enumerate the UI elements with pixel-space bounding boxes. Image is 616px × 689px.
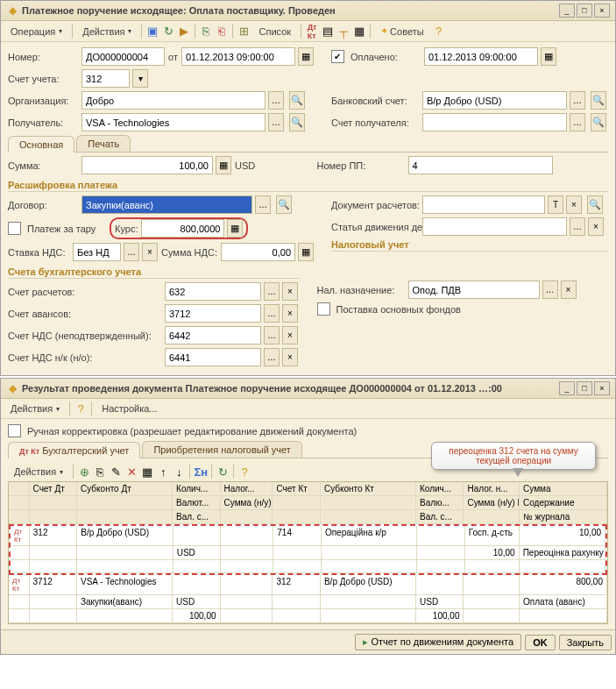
edit-icon[interactable]: ✎ (109, 465, 123, 479)
recipient-lookup-icon[interactable]: 🔍 (289, 113, 305, 131)
acc-calc-clear[interactable]: × (282, 282, 298, 301)
vat-rate-field[interactable]: Без НД (73, 243, 121, 261)
report-button[interactable]: ▸ Отчет по движениям документа (355, 634, 521, 650)
paid-checkbox[interactable]: ✔ (331, 50, 344, 63)
minimize-button[interactable]: _ (559, 4, 575, 18)
list-button[interactable]: Список (252, 24, 297, 39)
recipient-acc-select-button[interactable]: … (570, 113, 585, 131)
accounting-grid[interactable]: Счет Дт Субконто Дт Колич... Налог... Сч… (8, 481, 608, 624)
sum-field[interactable]: 100,00 (81, 156, 213, 174)
advice-button[interactable]: ✦ Советы (374, 23, 429, 39)
acc-adv-field[interactable]: 3712 (165, 304, 261, 323)
paid-calendar-icon[interactable]: ▦ (541, 47, 556, 66)
save-icon[interactable]: ▣ (145, 25, 159, 39)
date-field[interactable]: 01.12.2013 09:00:00 (181, 47, 295, 66)
tree-icon[interactable]: ⊞ (237, 25, 251, 39)
acc-adv-select[interactable]: … (264, 304, 280, 323)
bank-field[interactable]: В/р Добро (USD) (422, 91, 567, 110)
number-field[interactable]: ДО000000004 (81, 47, 165, 66)
link-icon[interactable]: ▦ (352, 25, 366, 39)
table-row[interactable]: Закупки(аванс) USD USD Оплата (аванс) (9, 595, 607, 609)
ok-button[interactable]: OK (525, 635, 556, 650)
account-field[interactable]: 312 (81, 69, 130, 88)
manual-checkbox[interactable] (8, 424, 21, 437)
acc-vat-u-select[interactable]: … (264, 326, 280, 344)
table-row[interactable]: ДтКт 3712 VSA - Technologies 312 В/р Доб… (9, 575, 607, 595)
contract-select-button[interactable]: … (255, 195, 271, 214)
calendar-icon[interactable]: ▦ (298, 47, 314, 66)
tab-print[interactable]: Печать (76, 135, 131, 152)
table-row[interactable]: USD 10,00 Переоцінка рахунку (11, 546, 605, 560)
recipient-select-button[interactable]: … (268, 113, 284, 131)
post-icon[interactable]: ▶ (177, 25, 191, 39)
tax-assign-select[interactable]: … (542, 281, 558, 299)
maximize-button[interactable]: □ (577, 4, 592, 18)
acc-vat-nk-clear[interactable]: × (282, 348, 298, 366)
acc-calc-select[interactable]: … (264, 282, 280, 301)
doc-calc-lookup-icon[interactable]: 🔍 (587, 195, 603, 214)
calculator-icon[interactable]: ▦ (216, 156, 231, 174)
org-field[interactable]: Добро (81, 91, 266, 110)
account-dropdown-icon[interactable]: ▾ (132, 69, 148, 88)
movement-clear-button[interactable]: × (588, 217, 604, 236)
paid-date-field[interactable]: 01.12.2013 09:00:00 (424, 47, 538, 66)
settings-button[interactable]: Настройка... (96, 401, 163, 416)
paste-icon[interactable]: ⎗ (215, 25, 229, 39)
vat-rate-clear[interactable]: × (142, 243, 158, 261)
add-icon[interactable]: ⊕ (77, 465, 91, 479)
movement-field[interactable] (422, 217, 567, 236)
org-select-button[interactable]: … (268, 91, 284, 110)
movement-select-button[interactable]: … (570, 217, 585, 236)
vat-sum-field[interactable]: 0,00 (221, 243, 295, 261)
delete-icon[interactable]: ✕ (124, 465, 138, 479)
bank-select-button[interactable]: … (570, 91, 585, 110)
rate-field[interactable]: 800,0000 (141, 219, 224, 238)
result-maximize-button[interactable]: □ (577, 381, 592, 395)
recipient-acc-field[interactable] (422, 113, 567, 131)
contract-field[interactable]: Закупки(аванс) (81, 195, 252, 214)
up-icon[interactable]: ↑ (156, 465, 170, 479)
result-help-icon[interactable]: ? (74, 401, 88, 416)
copy-icon[interactable]: ⎘ (199, 25, 213, 39)
result-actions-menu[interactable]: Действия (4, 401, 66, 416)
recipient-field[interactable]: VSA - Technologies (81, 113, 266, 131)
table-row[interactable]: 100,00 100,00 (9, 609, 607, 623)
result-minimize-button[interactable]: _ (559, 381, 575, 395)
rate-calculator-icon[interactable]: ▦ (227, 219, 243, 238)
acc-vat-u-field[interactable]: 6442 (165, 326, 261, 344)
doc-calc-select[interactable]: T (548, 195, 563, 214)
down-icon[interactable]: ↓ (172, 465, 186, 479)
acc-vat-nk-field[interactable]: 6441 (165, 348, 261, 366)
acc-vat-nk-select[interactable]: … (264, 348, 280, 366)
tax-assign-clear[interactable]: × (561, 281, 577, 299)
table-row[interactable] (11, 560, 605, 573)
save-grid-icon[interactable]: ▦ (140, 465, 154, 479)
main-funds-checkbox[interactable] (317, 302, 330, 316)
grid-help-icon[interactable]: ? (237, 465, 251, 479)
tax-assign-field[interactable]: Опод. ПДВ (408, 281, 540, 299)
doc-calc-field[interactable] (422, 195, 545, 214)
acc-calc-field[interactable]: 632 (165, 282, 261, 301)
vat-rate-select[interactable]: … (124, 243, 139, 261)
close-button[interactable]: × (594, 4, 610, 18)
actions-menu[interactable]: Действия (76, 24, 138, 39)
tare-checkbox[interactable] (8, 222, 21, 235)
recipient-acc-lookup-icon[interactable]: 🔍 (591, 113, 606, 131)
close-window-button[interactable]: Закрыть (559, 635, 612, 650)
pp-field[interactable]: 4 (408, 156, 553, 174)
structure-icon[interactable]: ┬ (336, 25, 350, 39)
inner-actions-menu[interactable]: Действия (8, 464, 69, 479)
report-icon[interactable]: ▤ (321, 25, 335, 39)
org-lookup-icon[interactable]: 🔍 (289, 91, 305, 110)
result-close-button[interactable]: × (594, 381, 610, 395)
doc-calc-clear[interactable]: × (566, 195, 582, 214)
help-icon[interactable]: ? (432, 25, 446, 39)
refresh-grid-icon[interactable]: ↻ (216, 465, 230, 479)
operation-menu[interactable]: Операция (4, 24, 68, 39)
acc-adv-clear[interactable]: × (282, 304, 298, 323)
refresh-icon[interactable]: ↻ (161, 25, 175, 39)
contract-lookup-icon[interactable]: 🔍 (276, 195, 292, 214)
tab-accounting[interactable]: Дт Кт Бухгалтерский учет (8, 442, 140, 458)
tab-tax[interactable]: Приобретения налоговый учет (142, 441, 301, 458)
bank-lookup-icon[interactable]: 🔍 (591, 91, 606, 110)
